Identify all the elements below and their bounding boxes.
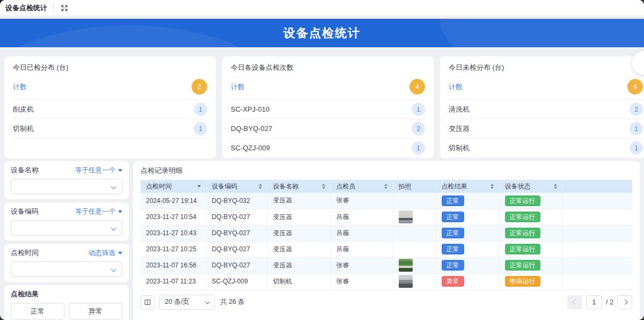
table-header-row: 点检时间设备编码设备名称点检员拍照点检结果设备状态 [141,180,632,193]
sort-icon [491,184,494,189]
card-metric-row: 计数2 [13,75,207,100]
inspection-records-table: 点检时间设备编码设备名称点检员拍照点检结果设备状态 2024-05-27 19:… [141,180,632,290]
column-label: 点检时间 [146,182,172,191]
page-title: 设备点检统计 [283,25,361,41]
item-count-badge: 1 [630,141,643,155]
cell-inspector: 吕薇 [331,209,393,225]
filter-head: 点检结果 [11,289,122,299]
filter-option-button[interactable]: 异常 [69,303,122,319]
column-header[interactable]: 设备状态 [499,180,562,193]
status-badge: 正常运行 [505,195,540,206]
cell-time: 2023-11-27 10:43 [141,225,206,241]
filter-head: 点检时间动态筛选 [11,248,122,258]
column-header[interactable]: 点检员 [331,180,393,193]
cell-empty [562,193,632,209]
cell-time: 2023-11-07 16:56 [141,257,206,273]
page-total-label: / 2 [606,299,613,306]
chevron-left-icon [572,300,577,305]
column-settings-button[interactable] [141,295,155,309]
sort-icon [259,184,262,189]
column-header[interactable]: 点检时间 [141,180,206,193]
cell-name: 变压器 [267,193,331,209]
count-total-badge: 2 [192,79,207,94]
card-item-row: 切制机1 [13,119,207,139]
summary-cards-row: 今日已检分布 (台)计数2削皮机1切制机1今日各设备点检次数计数4SC-XPJ-… [4,56,644,158]
filter-operator-link[interactable]: 等于任意一个 [75,207,122,216]
column-label: 设备状态 [505,182,531,191]
photo-thumbnail[interactable] [399,275,413,288]
next-page-button[interactable] [617,295,632,309]
filter-option-button[interactable]: 正常 [11,303,64,319]
status-badge: 正常运行 [505,244,540,254]
filter-operator-link[interactable]: 等于任意一个 [75,166,122,175]
item-count-badge: 1 [194,103,207,116]
cell-time: 2023-11-27 10:54 [141,209,206,225]
fullscreen-icon[interactable] [60,3,69,13]
filter-card: 设备名称等于任意一个 [4,161,129,199]
table-body: 2024-05-27 19:14DQ-BYQ-032变压器张睿正常正常运行202… [141,193,632,289]
item-label: SC-XPJ-010 [231,105,269,113]
cell-time: 2024-05-27 19:14 [141,193,206,209]
table-row: 2023-11-07 16:56DQ-BYQ-027变压器张睿正常正常运行 [141,257,632,273]
table-row: 2023-11-27 10:43DQ-BYQ-027变压器吕薇正常正常运行 [141,225,632,241]
filter-label: 设备名称 [11,165,39,175]
pagination-bar: 20 条/页 共 26 条 1 / 2 [141,295,632,310]
filter-sidebar: 设备名称等于任意一个设备编码等于任意一个点检时间动态筛选点检结果正常异常 [4,161,129,320]
cell-result: 正常 [436,225,499,241]
count-total-badge: 4 [409,79,425,94]
column-header[interactable]: 设备名称 [267,180,331,193]
records-panel: 点检记录明细 点检时间设备编码设备名称点检员拍照点检结果设备状态 2024-05… [133,161,640,320]
cell-empty [562,257,632,273]
result-badge: 正常 [442,244,464,254]
status-badge: 正常运行 [505,260,540,271]
filter-select[interactable] [11,261,122,277]
filter-card: 点检结果正常异常 [4,285,129,320]
sort-desc-icon [197,185,201,187]
card-metric-row: 计数4 [231,75,425,100]
cell-time: 2023-11-07 11:23 [141,273,206,289]
cell-code: DQ-BYQ-027 [206,209,267,225]
filter-operator-link[interactable]: 动态筛选 [89,249,122,258]
chevron-down-icon [111,184,116,190]
sort-icon [554,184,557,189]
photo-thumbnail[interactable] [399,210,413,223]
item-label: 切制机 [13,124,34,134]
card-item-row: 清洗机2 [449,100,643,119]
card-title: 今日各设备点检次数 [231,63,425,72]
result-badge: 正常 [442,212,464,222]
tab-equipment-inspection-stats[interactable]: 设备点检统计 [5,3,47,13]
cell-name: 变压器 [267,225,331,241]
metric-count-label[interactable]: 计数 [13,82,27,92]
column-header[interactable]: 设备编码 [206,180,267,193]
cell-empty [562,209,632,225]
cell-inspector: 张睿 [331,273,393,289]
result-badge: 正常 [442,228,464,238]
cell-empty [562,241,632,257]
column-header[interactable]: 点检结果 [436,180,499,193]
triangle-down-icon [118,252,122,254]
cell-result: 正常 [436,193,499,209]
photo-thumbnail[interactable] [399,259,413,272]
item-label: 切制机 [449,143,470,153]
item-label: 变压器 [449,124,470,134]
item-count-badge: 2 [630,103,643,116]
table-row: 2023-11-27 10:54DQ-BYQ-027变压器吕薇正常正常运行 [141,209,632,225]
card-metric-row: 计数4 [449,75,643,100]
metric-count-label[interactable]: 计数 [231,82,245,92]
metric-count-label[interactable]: 计数 [449,82,463,92]
cell-status: 正常运行 [499,241,562,257]
cell-status: 带病运行 [499,273,562,289]
card-title: 今日已检分布 (台) [13,63,207,72]
column-label: 拍照 [399,182,412,191]
cell-result: 正常 [436,257,499,273]
status-badge: 正常运行 [505,212,540,222]
page-size-select[interactable]: 20 条/页 [159,295,215,310]
filter-label: 设备编码 [11,207,39,216]
cell-code: SC-QZJ-009 [206,273,267,289]
card-item-row: SC-QZJ-0091 [231,139,425,158]
current-page-box[interactable]: 1 [586,295,602,309]
filter-select[interactable] [11,179,122,194]
cell-photo [393,257,436,273]
prev-page-button[interactable] [567,295,582,309]
filter-select[interactable] [11,220,122,236]
